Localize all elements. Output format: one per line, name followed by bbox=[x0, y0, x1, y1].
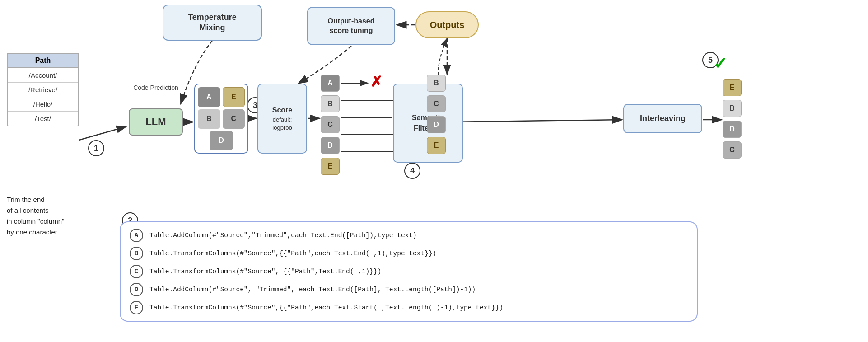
temp-mixing-box: Temperature Mixing bbox=[163, 5, 262, 41]
svg-line-12 bbox=[447, 120, 622, 122]
path-table: Path /Account/ /Retrieve/ /Hello/ /Test/ bbox=[7, 53, 79, 126]
output-based-box: Output-based score tuning bbox=[307, 7, 395, 45]
path-row-2: /Retrieve/ bbox=[8, 83, 78, 97]
diagram-container: Path /Account/ /Retrieve/ /Hello/ /Test/… bbox=[0, 0, 868, 342]
score-box: Score default: logprob bbox=[257, 84, 307, 154]
score-label: Score bbox=[272, 105, 292, 115]
bottom-cand-row: ETable.TransformColumns(#"Source",{{"Pat… bbox=[130, 301, 688, 314]
bottom-cand-code: Table.TransformColumns(#"Source",{{"Path… bbox=[149, 304, 503, 311]
bottom-cand-code: Table.AddColumn(#"Source","Trimmed",each… bbox=[149, 232, 417, 239]
bottom-cand-label: A bbox=[130, 229, 143, 242]
vlist-final: E B D C bbox=[723, 79, 742, 159]
llm-box: LLM bbox=[129, 108, 183, 136]
vlist-final-e: E bbox=[723, 79, 742, 96]
bottom-cand-code: Table.TransformColumns(#"Source", {{"Pat… bbox=[149, 268, 381, 275]
cand-b: B bbox=[198, 109, 220, 128]
cand-c: C bbox=[223, 109, 245, 128]
bottom-cand-label: B bbox=[130, 247, 143, 260]
vlist-left-e: E bbox=[321, 158, 340, 175]
vlist-right-b: B bbox=[427, 75, 446, 92]
vlist-left: A B C D E bbox=[321, 75, 340, 175]
bottom-cand-row: ATable.AddColumn(#"Source","Trimmed",eac… bbox=[130, 229, 688, 242]
bottom-cand-row: CTable.TransformColumns(#"Source", {{"Pa… bbox=[130, 265, 688, 278]
vlist-final-c: C bbox=[723, 141, 742, 159]
bottom-cand-label: E bbox=[130, 301, 143, 314]
vlist-right-d: D bbox=[427, 116, 446, 133]
red-x-icon: ✗ bbox=[370, 73, 383, 90]
vlist-left-a: A bbox=[321, 75, 340, 92]
vlist-left-c: C bbox=[321, 116, 340, 133]
path-row-4: /Test/ bbox=[8, 112, 78, 126]
interleaving-box: Interleaving bbox=[623, 104, 702, 133]
bottom-cand-label: D bbox=[130, 283, 143, 296]
bottom-cand-row: DTable.AddColumn(#"Source", "Trimmed", e… bbox=[130, 283, 688, 296]
outputs-box: Outputs bbox=[415, 11, 479, 38]
score-sublabel: default: logprob bbox=[272, 116, 292, 132]
svg-line-2 bbox=[79, 126, 126, 140]
code-prediction-label: Code Prediction bbox=[129, 84, 183, 92]
vlist-right-e: E bbox=[427, 137, 446, 154]
bottom-cand-code: Table.AddColumn(#"Source", "Trimmed", ea… bbox=[149, 286, 476, 293]
bottom-candidates-box: ATable.AddColumn(#"Source","Trimmed",eac… bbox=[120, 221, 698, 322]
vlist-right: B C D E bbox=[427, 75, 446, 154]
bottom-cand-label: C bbox=[130, 265, 143, 278]
cand-a: A bbox=[198, 87, 220, 107]
cand-e: E bbox=[223, 87, 245, 107]
vlist-left-d: D bbox=[321, 137, 340, 154]
vlist-right-c: C bbox=[427, 95, 446, 112]
circle-4: 4 bbox=[404, 163, 420, 179]
path-table-header: Path bbox=[8, 54, 78, 68]
vlist-final-b: B bbox=[723, 100, 742, 117]
cand-d: D bbox=[210, 131, 233, 150]
bottom-cand-row: BTable.TransformColumns(#"Source",{{"Pat… bbox=[130, 247, 688, 260]
green-check-icon: ✓ bbox=[714, 54, 727, 73]
vlist-left-b: B bbox=[321, 95, 340, 112]
bottom-cand-code: Table.TransformColumns(#"Source",{{"Path… bbox=[149, 250, 436, 257]
vlist-final-d: D bbox=[723, 121, 742, 138]
path-row-1: /Account/ bbox=[8, 68, 78, 83]
candidates-box: A E B C D bbox=[194, 84, 248, 154]
path-row-3: /Hello/ bbox=[8, 97, 78, 112]
circle-1: 1 bbox=[88, 140, 104, 156]
description-text: Trim the end of all contents in column "… bbox=[7, 194, 64, 238]
